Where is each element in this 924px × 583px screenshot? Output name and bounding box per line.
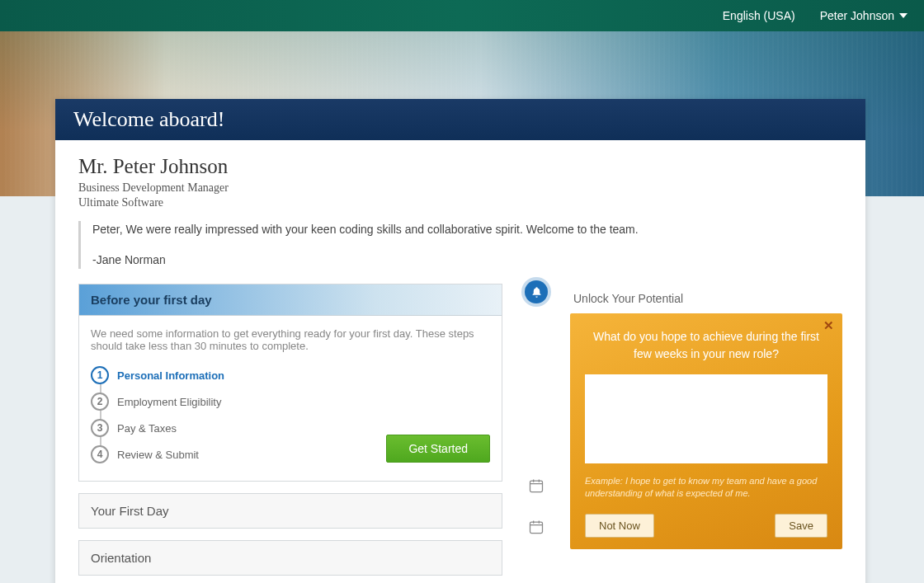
employee-company: Ultimate Software	[78, 196, 842, 209]
step-review-submit[interactable]: 4 Review & Submit	[91, 441, 490, 468]
panel-orientation[interactable]: Orientation	[78, 540, 502, 576]
save-button[interactable]: Save	[775, 514, 827, 538]
user-name-label: Peter Johnson	[820, 9, 894, 22]
unlock-potential-heading: Unlock Your Potential	[570, 284, 842, 313]
step-employment-eligibility[interactable]: 2 Employment Eligibility	[91, 388, 490, 415]
user-menu[interactable]: Peter Johnson	[820, 9, 908, 22]
step-connector-line	[100, 380, 101, 453]
step-number: 4	[91, 445, 109, 463]
potential-prompt-card: ✕ What do you hope to achieve during the…	[570, 313, 842, 549]
step-label: Review & Submit	[117, 449, 199, 461]
panel-intro: We need some information to get everythi…	[91, 327, 490, 352]
chevron-down-icon	[899, 13, 908, 18]
welcome-title: Welcome aboard!	[55, 99, 865, 140]
step-number: 3	[91, 419, 109, 437]
employee-name: Mr. Peter Johnson	[78, 155, 842, 178]
prompt-question: What do you hope to achieve during the f…	[585, 328, 827, 363]
welcome-quote: Peter, We were really impressed with you…	[78, 221, 842, 269]
prompt-response-input[interactable]	[585, 374, 827, 463]
panel-title-before[interactable]: Before your first day	[79, 284, 502, 316]
before-first-day-panel: Before your first day We need some infor…	[78, 284, 502, 482]
calendar-icon	[527, 477, 545, 495]
close-icon[interactable]: ✕	[823, 318, 834, 333]
panel-your-first-day[interactable]: Your First Day	[78, 493, 502, 529]
quote-signature: -Jane Norman	[92, 252, 842, 269]
step-label: Personal Information	[117, 369, 224, 382]
language-label: English (USA)	[723, 9, 795, 22]
step-personal-information[interactable]: 1 Personal Information	[91, 362, 490, 388]
quote-text: Peter, We were really impressed with you…	[92, 221, 842, 238]
bell-icon[interactable]	[525, 280, 548, 303]
top-nav-bar: English (USA) Peter Johnson	[0, 0, 924, 31]
step-label: Pay & Taxes	[117, 422, 177, 435]
prompt-example-text: Example: I hope to get to know my team a…	[585, 475, 827, 501]
not-now-button[interactable]: Not Now	[585, 514, 654, 538]
step-number: 1	[91, 366, 109, 384]
employee-title: Business Development Manager	[78, 181, 842, 195]
svg-rect-1	[530, 522, 543, 533]
calendar-icon	[527, 518, 545, 536]
step-pay-taxes[interactable]: 3 Pay & Taxes	[91, 415, 490, 441]
main-card: Welcome aboard! Mr. Peter Johnson Busine…	[55, 99, 865, 583]
step-number: 2	[91, 393, 109, 411]
step-label: Employment Eligibility	[117, 396, 221, 408]
svg-rect-0	[530, 481, 543, 491]
language-selector[interactable]: English (USA)	[723, 9, 795, 22]
